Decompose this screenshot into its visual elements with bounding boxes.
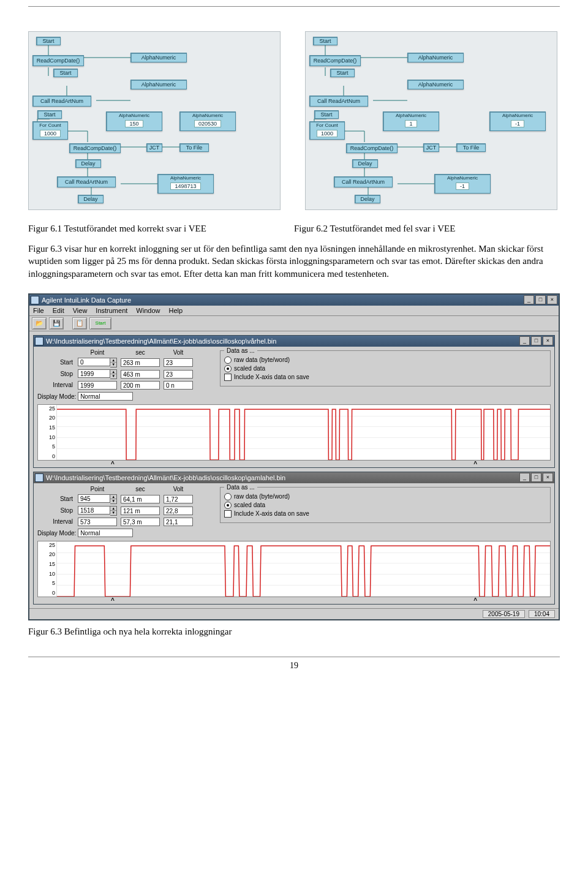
vee-start[interactable]: Start: [37, 110, 62, 119]
vee-call-readartnum[interactable]: Call ReadArtNum: [32, 96, 91, 107]
menu-instrument[interactable]: Instrument: [96, 307, 127, 314]
vee-readcompdate[interactable]: ReadCompDate(): [309, 55, 361, 66]
start-sec-input[interactable]: 263 m: [121, 358, 160, 367]
maximize-icon[interactable]: □: [531, 473, 541, 482]
close-icon[interactable]: ×: [547, 295, 557, 304]
checkbox-include-x[interactable]: [224, 510, 232, 518]
vee-alphanumeric[interactable]: AlphaNumeric: [407, 53, 464, 62]
label-interval: Interval: [37, 518, 74, 525]
display-mode-select[interactable]: Normal: [78, 392, 133, 401]
menu-view[interactable]: View: [73, 307, 88, 314]
interval-point-input[interactable]: 573: [78, 518, 117, 526]
close-icon[interactable]: ×: [543, 473, 553, 482]
marker-icon[interactable]: ^: [473, 597, 477, 604]
child-window-2: W:\Industrialisering\Testberedning\Allmä…: [33, 472, 555, 605]
radio-raw[interactable]: [224, 356, 232, 364]
stop-sec-input[interactable]: 121 m: [121, 507, 160, 515]
start-sec-input[interactable]: 64,1 m: [121, 495, 160, 503]
radio-scaled[interactable]: [224, 502, 232, 509]
vee-jct[interactable]: JCT: [146, 143, 162, 152]
vee-start[interactable]: Start: [330, 69, 355, 77]
interval-sec-input[interactable]: 57,3 m: [121, 518, 160, 526]
interval-point-input[interactable]: 1999: [78, 381, 117, 390]
start-point-input[interactable]: 0: [78, 358, 110, 366]
start-point-input[interactable]: 945: [78, 494, 110, 503]
stop-point-input[interactable]: 1518: [78, 506, 110, 514]
radio-raw[interactable]: [224, 493, 232, 500]
spinner-icon[interactable]: ▲▼: [110, 358, 117, 367]
page-number: 19: [28, 661, 560, 671]
vee-alphanumeric[interactable]: AlphaNumeric -1: [434, 174, 491, 194]
vee-alphanumeric[interactable]: AlphaNumeric 020530: [179, 111, 236, 131]
spinner-icon[interactable]: ▲▼: [110, 369, 117, 379]
stop-volt-input[interactable]: 23: [164, 370, 193, 379]
menu-edit[interactable]: Edit: [53, 307, 64, 314]
marker-icon[interactable]: ^: [111, 597, 115, 604]
interval-sec-input[interactable]: 200 m: [121, 381, 160, 390]
minimize-icon[interactable]: _: [524, 295, 534, 304]
menu-file[interactable]: File: [33, 307, 44, 314]
marker-icon[interactable]: ^: [473, 461, 477, 467]
vee-tofile[interactable]: To File: [179, 143, 209, 152]
vee-alphanumeric[interactable]: AlphaNumeric: [407, 80, 464, 89]
interval-volt-input[interactable]: 0 n: [164, 381, 193, 390]
app-icon: [31, 296, 39, 304]
stop-point-input[interactable]: 1999: [78, 369, 110, 378]
vee-alphanumeric[interactable]: AlphaNumeric: [130, 53, 187, 62]
save-icon[interactable]: 💾: [49, 317, 64, 330]
vee-start[interactable]: Start: [314, 110, 339, 119]
vee-delay[interactable]: Delay: [355, 195, 380, 203]
child1-titlebar[interactable]: W:\Industrialisering\Testberedning\Allmä…: [34, 336, 554, 347]
vee-tofile[interactable]: To File: [456, 143, 486, 152]
minimize-icon[interactable]: _: [519, 336, 530, 345]
vee-alphanumeric[interactable]: AlphaNumeric 1498713: [157, 174, 214, 194]
maximize-icon[interactable]: □: [535, 295, 546, 304]
menu-help[interactable]: Help: [168, 307, 183, 314]
open-icon[interactable]: 📂: [32, 317, 47, 330]
vee-call-readartnum[interactable]: Call ReadArtNum: [57, 176, 116, 187]
vee-delay[interactable]: Delay: [75, 159, 101, 168]
vee-start[interactable]: Start: [53, 69, 78, 77]
display-mode-select[interactable]: Normal: [78, 529, 133, 537]
vee-call-readartnum[interactable]: Call ReadArtNum: [334, 176, 393, 187]
copy-icon[interactable]: 📋: [72, 317, 87, 330]
stop-sec-input[interactable]: 463 m: [121, 370, 160, 379]
vee-start[interactable]: Start: [36, 37, 61, 45]
menubar: File Edit View Instrument Window Help: [29, 306, 559, 316]
vee-jct[interactable]: JCT: [423, 143, 439, 152]
vee-alphanumeric[interactable]: AlphaNumeric: [130, 80, 187, 89]
vee-readcompdate[interactable]: ReadCompDate(): [32, 55, 84, 66]
vee-delay[interactable]: Delay: [352, 159, 378, 168]
child2-titlebar[interactable]: W:\Industrialisering\Testberedning\Allmä…: [34, 472, 554, 483]
spinner-icon[interactable]: ▲▼: [110, 506, 117, 516]
start-volt-input[interactable]: 23: [164, 358, 193, 367]
interval-volt-input[interactable]: 21,1: [164, 518, 193, 526]
start-volt-input[interactable]: 1,72: [164, 495, 193, 503]
display-mode-label: Display Mode:: [37, 393, 76, 400]
checkbox-include-x[interactable]: [224, 374, 232, 381]
vee-start[interactable]: Start: [313, 37, 337, 45]
maximize-icon[interactable]: □: [531, 336, 541, 345]
start-icon[interactable]: Start: [89, 317, 111, 330]
radio-scaled[interactable]: [224, 365, 232, 372]
vee-alphanumeric[interactable]: AlphaNumeric 150: [106, 111, 162, 131]
vee-readcompdate[interactable]: ReadCompDate(): [346, 143, 398, 153]
vee-for-count[interactable]: For Count 1000: [32, 121, 68, 140]
fieldset-legend: Data as ...: [224, 484, 257, 491]
main-titlebar[interactable]: Agilent IntuiLink Data Capture _ □ ×: [29, 295, 559, 306]
vee-delay[interactable]: Delay: [78, 195, 104, 203]
vee-alphanumeric[interactable]: AlphaNumeric -1: [489, 111, 546, 131]
window-title: Agilent IntuiLink Data Capture: [42, 296, 131, 304]
vee-call-readartnum[interactable]: Call ReadArtNum: [309, 96, 368, 107]
vee-alphanumeric[interactable]: AlphaNumeric 1: [383, 111, 439, 131]
stop-volt-input[interactable]: 22,8: [164, 507, 193, 515]
marker-icon[interactable]: ^: [111, 461, 115, 467]
vee-for-count[interactable]: For Count 1000: [309, 121, 345, 140]
close-icon[interactable]: ×: [543, 336, 553, 345]
menu-window[interactable]: Window: [136, 307, 160, 314]
label-start: Start: [37, 359, 74, 366]
figure-6-3-caption: Figur 6.3 Befintliga och nya hela korrek…: [28, 627, 560, 637]
vee-readcompdate[interactable]: ReadCompDate(): [69, 143, 121, 153]
spinner-icon[interactable]: ▲▼: [110, 494, 117, 504]
minimize-icon[interactable]: _: [519, 473, 530, 482]
